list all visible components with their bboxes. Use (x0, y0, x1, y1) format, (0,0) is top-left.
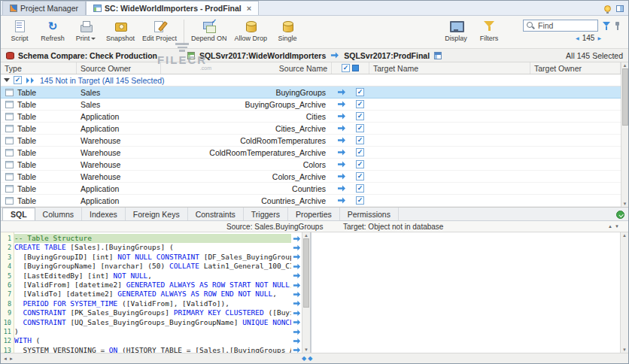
diff-marker-icon (291, 336, 302, 345)
direction-arrow-icon (337, 137, 346, 144)
row-target-name (369, 183, 530, 194)
pushpin-icon[interactable] (615, 21, 621, 31)
row-checkbox[interactable]: ✓ (356, 112, 364, 120)
row-target-name (369, 195, 530, 206)
scroll-up-icon[interactable]: ▲ (622, 233, 627, 238)
diff-marker-icon (291, 290, 302, 299)
pane-down-icon[interactable]: ▼ (615, 224, 619, 229)
row-checkbox[interactable]: ✓ (356, 124, 364, 132)
close-tab-icon[interactable]: × (247, 5, 251, 12)
row-target-owner (530, 171, 621, 182)
snapshot-button[interactable]: Snapshot (103, 19, 138, 43)
sql-code[interactable]: -- Table StructureCREATE TABLE [Sales].[… (14, 232, 291, 353)
compare-direction-icon (330, 52, 339, 59)
collapse-group-icon[interactable] (4, 78, 10, 82)
row-target-owner (530, 135, 621, 146)
detail-tab-properties[interactable]: Properties (288, 208, 340, 220)
row-source-owner: Warehouse (77, 159, 161, 170)
table-row[interactable]: Table Application Countries ✓ (1, 183, 621, 195)
hscroll-left-icon[interactable]: ◄ (3, 356, 8, 361)
table-icon (5, 89, 14, 96)
sql-source-pane[interactable]: 12345678910111213 -- Table StructureCREA… (1, 232, 311, 353)
table-row[interactable]: Table Warehouse ColdRoomTemperatures ✓ (1, 135, 621, 147)
column-header-source-name[interactable]: Source Name (161, 62, 332, 74)
column-header-target-owner[interactable]: Target Owner (530, 62, 621, 74)
row-checkbox[interactable]: ✓ (356, 196, 364, 205)
edit-project-button[interactable]: Edit Project (139, 19, 180, 43)
scroll-thumb[interactable] (303, 238, 309, 308)
column-header-source-owner[interactable]: Source Owner (77, 62, 161, 74)
filters-button[interactable]: Filters (473, 19, 505, 43)
tab-schema-compare[interactable]: SC: WideWorldImporters - ProdFinal × (86, 1, 259, 15)
select-all-checkbox[interactable]: ✓ (342, 64, 350, 72)
line-number: 2 (1, 243, 14, 252)
sql-line: [ValidTo] [datetime2] GENERATED ALWAYS A… (14, 290, 291, 299)
panel-toggle-icon[interactable] (616, 5, 624, 12)
table-row[interactable]: Table Warehouse Colors ✓ (1, 159, 621, 171)
scroll-up-icon[interactable]: ▲ (623, 63, 627, 68)
direction-arrow-icon (337, 161, 346, 168)
table-row[interactable]: Table Application Cities ✓ (1, 111, 621, 123)
detail-tab-indexes[interactable]: Indexes (82, 208, 126, 220)
table-row[interactable]: Table Sales BuyingGroups ✓ (1, 86, 621, 99)
row-source-name: BuyingGroups_Archive (161, 99, 332, 110)
scroll-down-icon[interactable]: ▼ (304, 347, 308, 352)
hscroll-right-icon[interactable]: ► (9, 356, 14, 361)
detail-tab-sql[interactable]: SQL (2, 208, 35, 220)
sql-right-scrollbar[interactable]: ▲ ▼ (620, 232, 628, 353)
sql-left-scrollbar[interactable]: ▲ ▼ (302, 232, 310, 353)
single-button[interactable]: Single (272, 19, 303, 43)
detail-tab-columns[interactable]: Columns (35, 208, 82, 220)
table-row[interactable]: Table Application Countries_Archive ✓ (1, 195, 621, 207)
next-difference-icon[interactable]: ▶ (597, 36, 601, 41)
detail-tab-foreign-keys[interactable]: Foreign Keys (126, 208, 188, 220)
scroll-up-icon[interactable]: ▲ (304, 233, 308, 238)
group-row[interactable]: ✓ 145 Not in Target (All 145 Selected) (1, 74, 621, 86)
print-button[interactable]: Print (70, 19, 102, 43)
detail-tab-permissions[interactable]: Permissions (340, 208, 399, 220)
table-row[interactable]: Table Sales BuyingGroups_Archive ✓ (1, 99, 621, 111)
auto-hide-icon[interactable] (616, 211, 624, 219)
allow-drop-button[interactable]: Allow Drop (232, 19, 271, 43)
filter-funnel-icon[interactable] (602, 21, 611, 31)
column-header-select[interactable]: ✓ (332, 62, 369, 74)
row-checkbox[interactable]: ✓ (356, 172, 364, 180)
sql-target-pane[interactable] (311, 232, 620, 353)
row-checkbox[interactable]: ✓ (356, 136, 364, 144)
splitter-handle-icon[interactable]: ◆◆ (302, 356, 314, 362)
tab-project-manager[interactable]: Project Manager (2, 1, 86, 15)
column-header-type[interactable]: Type (1, 62, 77, 74)
table-row[interactable]: Table Warehouse Colors_Archive ✓ (1, 171, 621, 183)
find-input[interactable]: Find (523, 20, 598, 32)
sql-line: [ValidFrom] [datetime2] GENERATED ALWAYS… (14, 281, 291, 290)
scroll-thumb[interactable] (622, 68, 628, 126)
refresh-button[interactable]: Refresh (37, 19, 68, 43)
display-button[interactable]: Display (440, 19, 472, 43)
depend-on-button[interactable]: ✓ Depend ON (188, 19, 230, 43)
filters-icon (482, 20, 497, 33)
row-checkbox[interactable]: ✓ (356, 160, 364, 168)
scroll-down-icon[interactable]: ▼ (623, 202, 627, 206)
script-button[interactable]: Script (4, 19, 35, 43)
row-checkbox[interactable]: ✓ (356, 100, 364, 108)
prev-difference-icon[interactable]: ◀ (576, 36, 579, 41)
lightbulb-icon[interactable] (604, 5, 611, 12)
find-area: Find ◀ 145 ▶ (523, 19, 625, 42)
group-checkbox[interactable]: ✓ (14, 76, 22, 84)
chevron-down-icon (91, 38, 96, 40)
pane-up-icon[interactable]: ▲ (608, 224, 612, 229)
scroll-down-icon[interactable]: ▼ (622, 347, 627, 352)
detail-tab-constraints[interactable]: Constraints (188, 208, 244, 220)
row-checkbox[interactable]: ✓ (356, 88, 364, 96)
detail-tab-triggers[interactable]: Triggers (244, 208, 288, 220)
row-checkbox[interactable]: ✓ (356, 148, 364, 156)
row-type-label: Table (17, 100, 36, 109)
direction-column-icon (352, 65, 359, 71)
row-source-owner: Warehouse (77, 135, 161, 146)
compare-title: Schema Compare: Check Production (18, 51, 157, 60)
table-row[interactable]: Table Warehouse ColdRoomTemperatures_Arc… (1, 147, 621, 159)
row-checkbox[interactable]: ✓ (356, 184, 364, 193)
table-row[interactable]: Table Application Cities_Archive ✓ (1, 123, 621, 135)
grid-scrollbar[interactable]: ▲ ▼ (621, 62, 628, 207)
column-header-target-name[interactable]: Target Name (369, 62, 530, 74)
